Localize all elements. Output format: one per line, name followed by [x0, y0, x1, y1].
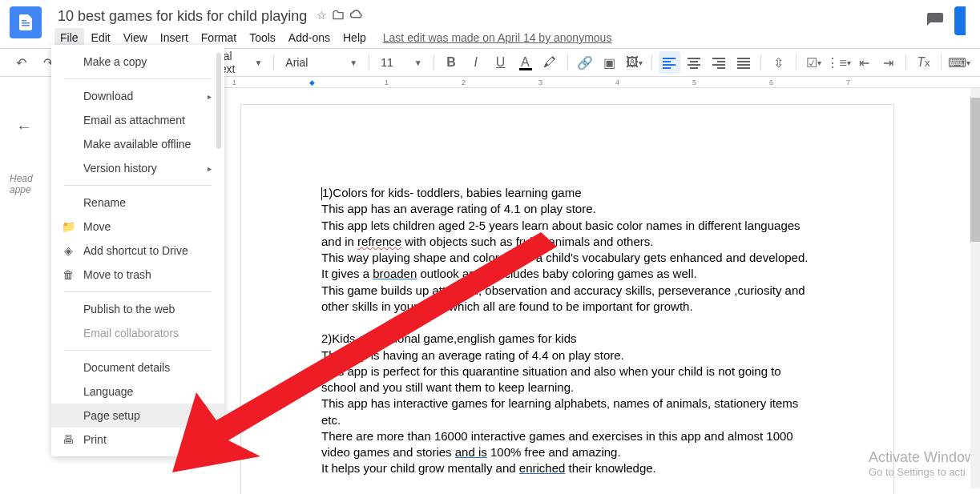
trash-icon: 🗑 — [61, 267, 75, 282]
document-page[interactable]: 1)Colors for kids- toddlers, babies lear… — [240, 104, 894, 494]
outline-hint: Headappe — [10, 173, 51, 195]
menu-item-publish-to-the-web[interactable]: Publish to the web — [51, 297, 224, 321]
star-icon[interactable]: ☆ — [317, 9, 327, 24]
bold-button[interactable]: B — [441, 51, 462, 74]
menu-item-rename[interactable]: Rename — [51, 191, 224, 215]
menu-item-label: Print — [83, 433, 107, 446]
menu-item-label: Make a copy — [83, 55, 147, 68]
menu-item-language[interactable]: Language — [51, 380, 224, 404]
ruler: 1 ◆ 1 2 3 4 5 6 7 — [224, 77, 980, 88]
menu-item-label: Page setup — [83, 409, 140, 422]
header-bar: 10 best games for kids for child playing… — [0, 0, 980, 48]
svg-rect-15 — [737, 58, 750, 59]
svg-rect-1 — [22, 25, 30, 26]
align-center-button[interactable] — [684, 51, 705, 74]
menu-item-page-setup[interactable]: Page setup — [51, 404, 224, 428]
menu-item-label: Move — [83, 220, 111, 233]
activate-windows-watermark: Activate Window Go to Settings to acti — [869, 449, 975, 478]
comments-icon[interactable] — [926, 11, 945, 30]
svg-rect-6 — [663, 67, 671, 69]
svg-rect-7 — [688, 58, 700, 59]
menu-item-label: Move to trash — [83, 268, 151, 281]
font-select[interactable]: Arial▼ — [280, 53, 362, 72]
menu-item-label: Add shortcut to Drive — [83, 244, 188, 257]
menu-item-make-available-offline[interactable]: Make available offline — [51, 132, 224, 156]
menubar-tools[interactable]: Tools — [244, 28, 281, 47]
decrease-indent-button[interactable]: ⇤ — [853, 51, 875, 74]
text-color-button[interactable]: A — [514, 51, 536, 74]
folder-move-icon: 📁 — [61, 219, 75, 234]
undo-button[interactable]: ↶ — [10, 51, 32, 74]
clear-formatting-button[interactable]: Tx — [913, 51, 934, 74]
svg-rect-2 — [22, 20, 26, 22]
highlight-button[interactable]: 🖍 — [539, 51, 561, 74]
svg-rect-0 — [22, 22, 30, 24]
chevron-down-icon: ▼ — [414, 58, 422, 67]
menu-item-document-details[interactable]: Document details — [51, 355, 224, 380]
font-size-select[interactable]: 11▼ — [376, 53, 426, 72]
menu-shortcut: Ctrl+P — [183, 434, 212, 446]
svg-rect-3 — [663, 58, 676, 59]
input-tools-button[interactable]: ⌨▾ — [948, 51, 970, 74]
print-icon: 🖶 — [61, 432, 75, 447]
svg-rect-17 — [737, 64, 750, 66]
menu-item-label: Email collaborators — [83, 327, 179, 339]
docs-logo[interactable] — [10, 6, 42, 38]
svg-rect-9 — [688, 64, 700, 66]
menu-item-email-as-attachment[interactable]: Email as attachment — [51, 108, 224, 132]
insert-comment-button[interactable]: ▣ — [599, 51, 620, 74]
increase-indent-button[interactable]: ⇥ — [877, 51, 899, 74]
menu-item-print[interactable]: 🖶PrintCtrl+P — [51, 428, 224, 452]
menu-item-label: Download — [83, 90, 133, 102]
bulleted-list-button[interactable]: ⋮≡▾ — [828, 51, 850, 74]
svg-rect-4 — [663, 61, 671, 62]
cloud-icon[interactable] — [349, 9, 364, 24]
submenu-arrow-icon: ▸ — [208, 164, 212, 173]
move-icon[interactable] — [332, 9, 345, 24]
share-button[interactable] — [954, 6, 966, 35]
insert-link-button[interactable]: 🔗 — [575, 51, 596, 74]
underline-button[interactable]: U — [490, 51, 511, 74]
svg-rect-8 — [690, 61, 698, 62]
menu-item-version-history[interactable]: Version history▸ — [51, 156, 224, 180]
svg-rect-13 — [712, 64, 725, 66]
menubar-addons[interactable]: Add-ons — [283, 28, 336, 47]
menu-item-label: Rename — [83, 196, 126, 209]
align-justify-button[interactable] — [732, 51, 754, 74]
menu-item-label: Version history — [83, 162, 157, 175]
chevron-down-icon: ▼ — [254, 58, 262, 67]
menu-item-label: Language — [83, 385, 133, 398]
drive-icon: ◈ — [61, 243, 75, 258]
italic-button[interactable]: I — [465, 51, 486, 74]
vertical-scrollbar[interactable] — [970, 88, 980, 488]
last-edit-link[interactable]: Last edit was made on April 14 by anonym… — [383, 31, 612, 44]
menu-item-email-collaborators: Email collaborators — [51, 321, 224, 345]
menu-item-add-shortcut-to-drive[interactable]: ◈Add shortcut to Drive — [51, 239, 224, 263]
svg-rect-18 — [737, 67, 750, 69]
document-title[interactable]: 10 best games for kids for child playing — [54, 6, 310, 26]
back-arrow-button[interactable]: ← — [10, 112, 38, 141]
menu-item-move-to-trash[interactable]: 🗑Move to trash — [51, 263, 224, 287]
menu-item-label: Publish to the web — [83, 303, 175, 315]
checklist-button[interactable]: ☑▾ — [803, 51, 825, 74]
document-content[interactable]: 1)Colors for kids- toddlers, babies lear… — [321, 185, 813, 494]
menubar-help[interactable]: Help — [337, 28, 372, 47]
menu-item-make-a-copy[interactable]: Make a copy — [51, 50, 224, 74]
svg-rect-14 — [717, 67, 725, 69]
line-spacing-button[interactable]: ⇳ — [768, 51, 789, 74]
svg-rect-12 — [717, 61, 725, 62]
svg-rect-5 — [663, 64, 676, 66]
svg-rect-16 — [737, 61, 750, 62]
submenu-arrow-icon: ▸ — [208, 92, 212, 101]
file-menu-dropdown: Make a copyDownload▸Email as attachmentM… — [51, 45, 224, 456]
chevron-down-icon: ▼ — [349, 58, 357, 67]
align-right-button[interactable] — [708, 51, 730, 74]
menu-item-move[interactable]: 📁Move — [51, 215, 224, 239]
menu-item-download[interactable]: Download▸ — [51, 84, 224, 108]
menu-item-label: Document details — [83, 361, 170, 374]
svg-rect-11 — [712, 58, 725, 59]
align-left-button[interactable] — [659, 51, 680, 74]
outline-panel: ← Headappe — [10, 112, 51, 195]
insert-image-button[interactable]: 🖼▾ — [623, 51, 645, 74]
menu-item-label: Email as attachment — [83, 114, 185, 127]
